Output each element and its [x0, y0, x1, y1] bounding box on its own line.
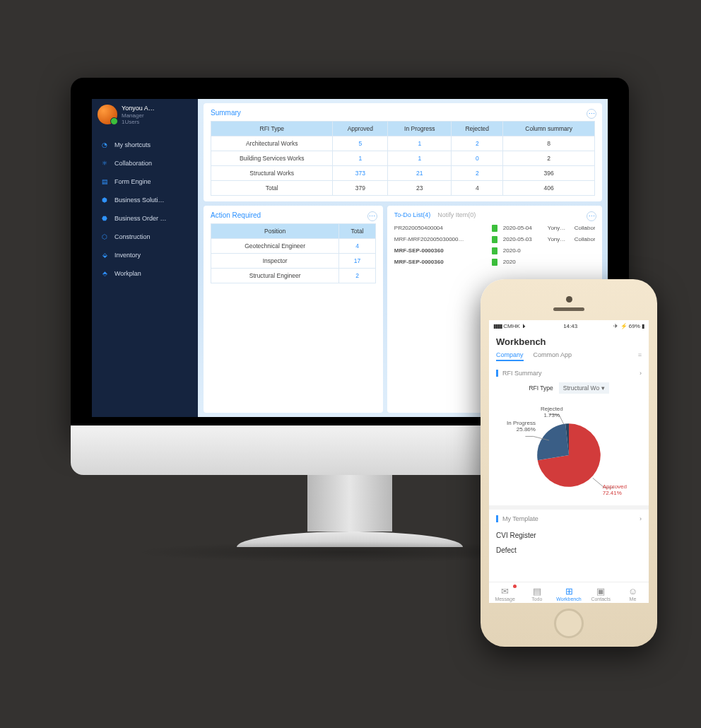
- col-header: Rejected: [452, 122, 503, 136]
- form-icon: ▤: [100, 177, 109, 186]
- phone-body: ▮▮▮▮ CMHK ⏵ 14:43 ✈ ⚡ 69% ▮ Workbench Co…: [481, 279, 657, 647]
- sidebar-item-construction[interactable]: ⬡ Construction: [98, 228, 192, 246]
- user-info: Yonyou A… Manager 1Users: [122, 105, 155, 126]
- tabbar-label: Me: [617, 597, 649, 601]
- tab-company[interactable]: Company: [496, 351, 524, 361]
- template-section: My Template › CVI RegisterDefect: [489, 510, 649, 582]
- tabbar-todo[interactable]: ▤ Todo: [521, 585, 553, 601]
- sidebar-item-label: Business Soluti…: [114, 196, 165, 204]
- summary-title: Summary: [211, 109, 595, 117]
- template-section-label: My Template: [502, 515, 538, 522]
- doc-icon: [492, 236, 497, 243]
- sidebar-item-inventory[interactable]: ⬙ Inventory: [98, 246, 192, 264]
- clock-icon: ◔: [100, 141, 109, 149]
- table-row[interactable]: Structural Works 373 21 2 396: [211, 166, 595, 181]
- action-card: ⋯ Action Required PositionTotal Geotechn…: [204, 206, 383, 413]
- template-item[interactable]: Defect: [496, 543, 642, 558]
- workbench-tabs: Company Common App ≡: [489, 348, 649, 364]
- sidebar-item-collaboration[interactable]: ⚛ Collaboration: [98, 154, 192, 172]
- todo-item[interactable]: MRF-SEP-0000360 2020: [394, 257, 595, 268]
- sidebar-item-label: Inventory: [114, 252, 141, 259]
- status-bar: ▮▮▮▮ CMHK ⏵ 14:43 ✈ ⚡ 69% ▮: [489, 320, 649, 332]
- col-header: RFI Type: [211, 122, 333, 136]
- summary-table: RFI TypeApprovedIn ProgressRejectedColum…: [211, 121, 595, 196]
- template-list: CVI RegisterDefect: [496, 528, 642, 558]
- box-icon: ⬡: [100, 233, 109, 241]
- table-row[interactable]: Building Services Works 1 1 0 2: [211, 151, 595, 166]
- phone-top: [481, 296, 657, 311]
- more-icon[interactable]: ⋯: [587, 211, 596, 221]
- tabbar-contacts[interactable]: ▣ Contacts: [585, 585, 617, 601]
- template-item[interactable]: CVI Register: [496, 528, 642, 543]
- pie-chart: Rejected1.73% In Progress25.86% Approved…: [519, 401, 618, 500]
- todo-item[interactable]: MRF-MRF202005030000… 2020-05-03 Yony… Co…: [394, 234, 595, 245]
- sidebar-item-label: Collaboration: [114, 160, 152, 167]
- table-row[interactable]: Inspector17: [211, 254, 376, 269]
- sidebar-item-my-shortcuts[interactable]: ◔ My shortcuts: [98, 136, 192, 154]
- col-header: Approved: [333, 122, 388, 136]
- menu-icon[interactable]: ≡: [638, 351, 642, 361]
- phone-screen: ▮▮▮▮ CMHK ⏵ 14:43 ✈ ⚡ 69% ▮ Workbench Co…: [489, 320, 649, 603]
- home-button[interactable]: [554, 609, 584, 638]
- table-row[interactable]: Geotechnical Engineer4: [211, 239, 376, 254]
- clock: 14:43: [563, 323, 577, 329]
- camera-icon: [566, 296, 572, 303]
- tabbar-me[interactable]: ☺ Me: [617, 585, 649, 601]
- rfi-type-select[interactable]: Structural Wo ▾: [559, 382, 609, 394]
- more-icon[interactable]: ⋯: [587, 109, 596, 119]
- tabbar-icon: ⊞: [553, 585, 584, 597]
- chevron-down-icon: ▾: [601, 384, 605, 392]
- col-header: Total: [339, 224, 375, 239]
- inv-icon: ⬙: [100, 251, 109, 259]
- todo-item[interactable]: PR2020050400004 2020-05-04 Yony… Collabo…: [394, 223, 595, 234]
- sidebar-item-workplan[interactable]: ⬘ Workplan: [98, 264, 192, 283]
- tabbar-label: Message: [489, 597, 521, 601]
- rfi-type-label: RFI Type: [529, 384, 553, 392]
- tabbar-icon: ▣: [585, 585, 617, 597]
- tabbar-icon: ▤: [521, 585, 553, 597]
- sidebar: Yonyou A… Manager 1Users ◔ My shortcuts …: [92, 99, 198, 417]
- sidebar-item-label: Form Engine: [114, 178, 151, 185]
- doc-icon: [492, 259, 497, 266]
- tab-bar: ✉ Message ▤ Todo ⊞ Workbench ▣ Contacts …: [489, 582, 649, 603]
- chevron-right-icon[interactable]: ›: [640, 515, 642, 522]
- tabbar-label: Workbench: [553, 597, 584, 601]
- table-row[interactable]: Architectural Works 5 1 2 8: [211, 136, 595, 151]
- todo-tab-active[interactable]: To-Do List(4): [394, 211, 431, 218]
- chevron-right-icon[interactable]: ›: [640, 370, 642, 377]
- doc-icon: [492, 225, 497, 232]
- tabbar-message[interactable]: ✉ Message: [489, 585, 521, 601]
- workbench-title: Workbench: [496, 336, 642, 347]
- col-header: Position: [211, 224, 339, 239]
- todo-list: PR2020050400004 2020-05-04 Yony… Collabo…: [394, 223, 595, 268]
- tabbar-icon: ✉: [489, 585, 521, 597]
- tabbar-workbench[interactable]: ⊞ Workbench: [553, 585, 584, 601]
- tab-common-app[interactable]: Common App: [534, 351, 572, 361]
- user-box[interactable]: Yonyou A… Manager 1Users: [98, 105, 192, 126]
- sidebar-item-business-order-[interactable]: ⬣ Business Order …: [98, 209, 192, 228]
- todo-tab-notify[interactable]: Notify Item(0): [437, 211, 476, 218]
- share-icon: ⚛: [100, 159, 109, 168]
- sidebar-item-business-soluti-[interactable]: ⬢ Business Soluti…: [98, 191, 192, 209]
- tabbar-label: Contacts: [585, 597, 617, 601]
- phone: ▮▮▮▮ CMHK ⏵ 14:43 ✈ ⚡ 69% ▮ Workbench Co…: [481, 279, 657, 647]
- todo-item[interactable]: MRF-SEP-0000360 2020-0: [394, 245, 595, 257]
- rfi-section-label: RFI Summary: [502, 370, 542, 377]
- cube-icon: ⬢: [100, 196, 109, 204]
- monitor-stand: [307, 475, 392, 532]
- user-group: 1Users: [122, 119, 155, 126]
- avatar: [98, 105, 117, 124]
- signal: ▮▮▮▮ CMHK ⏵: [493, 323, 527, 329]
- pie-label-approved: Approved72.41%: [603, 484, 627, 497]
- sidebar-item-form-engine[interactable]: ▤ Form Engine: [98, 172, 192, 191]
- action-title: Action Required: [211, 211, 376, 219]
- more-icon[interactable]: ⋯: [367, 211, 377, 221]
- col-header: Column summary: [503, 122, 595, 136]
- plan-icon: ⬘: [100, 269, 109, 278]
- battery: ✈ ⚡ 69% ▮: [613, 323, 644, 329]
- user-role: Manager: [122, 112, 155, 119]
- table-row[interactable]: Structural Engineer2: [211, 269, 376, 283]
- todo-tabs: To-Do List(4) Notify Item(0): [394, 211, 595, 218]
- action-table: PositionTotal Geotechnical Engineer4Insp…: [211, 223, 376, 283]
- carrier: CMHK: [503, 323, 520, 329]
